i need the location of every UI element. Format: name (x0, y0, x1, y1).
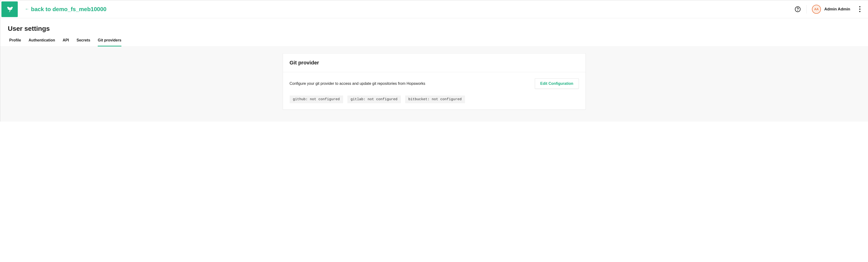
tab-profile[interactable]: Profile (9, 38, 21, 47)
card-header: Git provider (283, 54, 585, 72)
help-icon (795, 6, 801, 12)
tab-api[interactable]: API (63, 38, 69, 47)
dot-icon (859, 8, 861, 10)
tab-secrets[interactable]: Secrets (76, 38, 90, 47)
content-area: Git provider Configure your git provider… (0, 47, 868, 121)
dot-icon (859, 6, 861, 7)
status-chips: github: not configured gitlab: not confi… (290, 95, 579, 103)
git-provider-card: Git provider Configure your git provider… (283, 53, 586, 110)
app-logo[interactable] (1, 1, 18, 17)
edit-configuration-button[interactable]: Edit Configuration (535, 79, 579, 89)
tabs: Profile Authentication API Secrets Git p… (0, 32, 868, 47)
dot-icon (859, 11, 861, 12)
avatar-initials: AA (814, 7, 819, 11)
avatar[interactable]: AA (812, 5, 821, 14)
bitbucket-status-chip: bitbucket: not configured (405, 95, 465, 103)
header-bar: ← back to demo_fs_meb10000 AA Admin Admi… (0, 0, 868, 18)
config-description: Configure your git provider to access an… (290, 82, 426, 86)
user-name: Admin Admin (824, 7, 850, 11)
back-link[interactable]: ← back to demo_fs_meb10000 (25, 6, 106, 12)
gitlab-status-chip: gitlab: not configured (347, 95, 401, 103)
header-divider (806, 5, 807, 13)
svg-point-1 (798, 10, 798, 10)
back-link-label: back to demo_fs_meb10000 (31, 6, 106, 12)
tab-git-providers[interactable]: Git providers (98, 38, 121, 47)
card-title: Git provider (290, 60, 579, 66)
page-title: User settings (0, 18, 868, 32)
help-button[interactable] (794, 6, 801, 13)
tab-authentication[interactable]: Authentication (29, 38, 55, 47)
menu-button[interactable] (857, 4, 862, 14)
github-status-chip: github: not configured (290, 95, 343, 103)
arrow-left-icon: ← (25, 7, 29, 11)
config-row: Configure your git provider to access an… (290, 79, 579, 89)
hop-icon (6, 6, 13, 12)
card-body: Configure your git provider to access an… (283, 72, 585, 110)
